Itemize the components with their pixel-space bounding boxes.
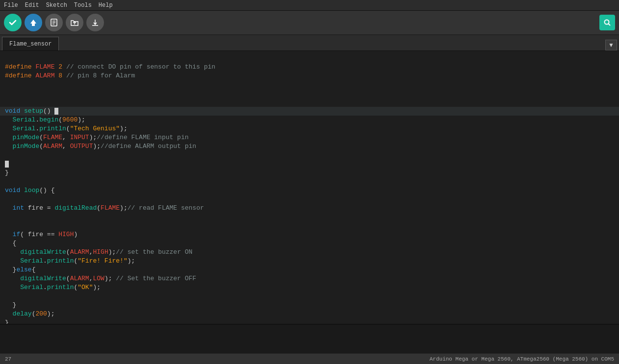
verify-button[interactable] [4,14,22,31]
code-line [0,221,619,230]
code-line [0,177,619,186]
menu-tools[interactable]: Tools [74,2,92,9]
code-line: #define FLAME 2 // connect DO pin of sen… [0,63,619,72]
code-line: Serial.println("Fire! Fire!"); [0,257,619,266]
code-line: if( fire == HIGH) [0,230,619,239]
tab-flame-sensor[interactable]: Flame_sensor [2,37,59,50]
code-line: { [0,239,619,248]
code-line: delay(200); [0,310,619,318]
code-line: } [0,301,619,310]
new-button[interactable] [45,14,63,31]
code-line: } [0,318,619,324]
svg-marker-0 [30,20,36,26]
toolbar-right [599,15,615,30]
tabs-right: ▼ [605,40,619,50]
code-line: digitalWrite(ALARM,HIGH);// set the buzz… [0,248,619,257]
menubar: File Edit Sketch Tools Help [0,0,619,11]
search-button[interactable] [599,15,615,30]
code-line: Serial.println("Tech Genius"); [0,124,619,133]
code-line-loop: void loop() { [0,186,619,195]
code-line: digitalWrite(ALARM,LOW); // Set the buzz… [0,274,619,283]
code-editor[interactable]: #define FLAME 2 // connect DO pin of sen… [0,51,619,324]
code-line: Serial.begin(9600); [0,116,619,124]
code-line-setup: void setup() [0,107,619,116]
upload-button[interactable] [25,14,42,31]
code-line: #define ALARM 8 // pin 8 for Alarm [0,72,619,80]
code-line [0,160,619,169]
svg-line-9 [609,24,611,26]
code-line: pinMode(FLAME, INPUT);//define FLAME inp… [0,133,619,142]
code-line: } [0,169,619,177]
code-line-int: int fire = digitalRead(FLAME);// read FL… [0,204,619,213]
code-line [0,89,619,98]
code-line [0,195,619,204]
board-info: Arduino Mega or Mega 2560, ATmega2560 (M… [430,356,614,362]
open-button[interactable] [66,14,83,31]
menu-file[interactable]: File [4,2,18,9]
svg-point-8 [605,20,609,24]
tabs-dropdown-button[interactable]: ▼ [605,40,617,50]
code-line [0,80,619,89]
code-line [0,292,619,301]
code-line [0,54,619,63]
menu-edit[interactable]: Edit [25,2,39,9]
code-line: }else{ [0,266,619,274]
line-number: 27 [5,356,11,362]
code-line: Serial.println("OK"); [0,283,619,292]
code-line [0,151,619,160]
statusbar: 27 Arduino Mega or Mega 2560, ATmega2560… [0,353,619,364]
code-line: pinMode(ALARM, OUTPUT);//define ALARM ou… [0,142,619,151]
code-line [0,98,619,107]
save-button[interactable] [86,14,104,31]
tabs-bar: Flame_sensor ▼ [0,35,619,51]
menu-sketch[interactable]: Sketch [46,2,67,9]
tab-label: Flame_sensor [9,41,52,48]
toolbar [0,11,619,35]
menu-help[interactable]: Help [99,2,113,9]
console-area [0,324,619,353]
code-line [0,213,619,221]
